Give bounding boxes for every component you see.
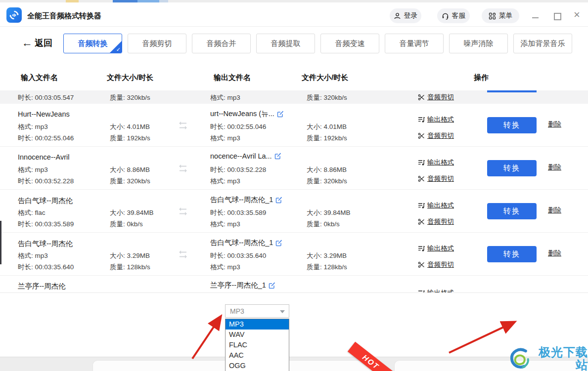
table-row-partial-top[interactable]: 时长: 00:03:05.547 质量: 320kb/s 格式: mp3 质量:… (0, 90, 588, 104)
col-input-size: 文件大小/时长 (107, 73, 153, 82)
format-option-mp3[interactable]: MP3 (226, 319, 289, 330)
format-option-aac[interactable]: AAC (226, 350, 289, 361)
convert-button[interactable]: 转换 (487, 117, 537, 133)
playlist-note-icon (418, 159, 425, 166)
convert-button[interactable]: 转换 (487, 160, 537, 176)
delete-link[interactable]: 删除 (548, 120, 561, 129)
grid-menu-icon (489, 12, 496, 20)
user-icon (394, 12, 401, 20)
table-row[interactable]: Hurt--NewJeans 格式: mp3 时长: 00:02:55.046 … (0, 104, 588, 147)
convert-button[interactable]: 转换 (487, 203, 537, 219)
delete-link[interactable]: 删除 (548, 206, 561, 215)
audio-cut-link[interactable]: 音频剪切 (418, 217, 454, 226)
edit-icon[interactable] (275, 240, 282, 247)
table-row[interactable]: Innocence--Avril 格式: mp3 时长: 00:03:52.22… (0, 147, 588, 190)
output-format-link[interactable]: 输出格式 (418, 289, 454, 292)
app-logo-icon (6, 7, 22, 23)
watermark-site-name: 极光下载站 (532, 346, 588, 371)
tab-noise-removal[interactable]: 噪声消除 (449, 34, 508, 53)
output-quality: 质量: 320kb/s (307, 93, 347, 102)
scissors-icon (418, 94, 425, 101)
delete-link[interactable]: 删除 (548, 249, 561, 258)
swap-arrows-icon (177, 249, 189, 262)
input-file-name: 告白气球--周杰伦 (18, 196, 73, 206)
output-format-select[interactable]: MP3 (225, 304, 289, 318)
delete-link[interactable]: 删除 (548, 163, 561, 172)
scissors-icon (418, 132, 425, 139)
watermark-logo-icon (508, 346, 531, 371)
output-format: 格式: mp3 (210, 93, 240, 102)
col-output-size: 文件大小/时长 (302, 73, 348, 82)
tab-audio-convert[interactable]: 音频转换 ✓ (63, 34, 122, 53)
playlist-note-icon (418, 116, 425, 123)
output-format-link[interactable]: 输出格式 (418, 244, 454, 253)
swap-arrows-icon (177, 163, 189, 176)
back-button[interactable]: ← 返回 (22, 37, 52, 49)
maximize-button[interactable] (554, 13, 561, 20)
tab-audio-cut[interactable]: 音频剪切 (128, 34, 186, 53)
audio-cut-link[interactable]: 音频剪切 (418, 93, 454, 102)
feature-tabs: 音频转换 ✓ 音频剪切 音频合并 音频提取 音频变速 音量调节 噪声消除 添加背… (63, 34, 578, 53)
tab-volume-adjust[interactable]: 音量调节 (385, 34, 444, 53)
convert-button-sliver (487, 90, 537, 92)
edit-icon[interactable] (277, 111, 284, 118)
tab-bar: ← 返回 音频转换 ✓ 音频剪切 音频合并 音频提取 音频变速 音量调节 噪声消… (0, 27, 588, 62)
footer-panel: 添加文件 添加文件夹 清空列表 输出格式: 输出路径: ✓ 原目录 自定义 (0, 292, 588, 357)
tab-add-bgm[interactable]: 添加背景音乐 (513, 34, 572, 53)
audio-cut-link[interactable]: 音频剪切 (418, 174, 454, 183)
audio-converter-window: 全能王音频格式转换器 登录 客服 菜单 (0, 0, 588, 371)
tab-audio-extract[interactable]: 音频提取 (256, 34, 315, 53)
format-option-flac[interactable]: FLAC (226, 340, 289, 350)
left-scrollbar-thumb[interactable] (0, 221, 1, 264)
table-row[interactable]: 告白气球--周杰伦 格式: mp3 时长: 00:03:35.640 大小: 3… (0, 233, 588, 276)
login-button[interactable]: 登录 (390, 8, 421, 23)
col-output-name: 输出文件名 (214, 73, 251, 82)
convert-button[interactable]: 转换 (487, 246, 537, 262)
table-row[interactable]: 告白气球--周杰伦 格式: flac 时长: 00:03:35.589 大小: … (0, 190, 588, 233)
input-file-name: 告白气球--周杰伦 (18, 239, 73, 248)
format-dropdown-list: MP3 WAV FLAC AAC OGG (225, 319, 289, 371)
back-arrow-icon: ← (22, 39, 33, 47)
menu-button[interactable]: 菜单 (482, 8, 519, 23)
tab-audio-speed[interactable]: 音频变速 (320, 34, 379, 53)
support-button[interactable]: 客服 (437, 8, 470, 23)
output-format-link[interactable]: 输出格式 (418, 201, 454, 210)
audio-cut-link[interactable]: 音频剪切 (418, 260, 454, 269)
scissors-icon (418, 175, 425, 182)
playlist-note-icon (418, 245, 425, 252)
edit-icon[interactable] (269, 282, 275, 289)
input-file-name: 兰亭序--周杰伦 (18, 282, 66, 291)
output-file-name: 兰亭序--周杰伦_1 (210, 281, 275, 290)
headset-icon (442, 12, 449, 20)
output-file-name: urt--NewJeans (뉴... (210, 109, 284, 119)
menu-label: 菜单 (499, 11, 513, 20)
chevron-down-icon (280, 310, 285, 313)
output-format-link[interactable]: 输出格式 (418, 115, 454, 124)
bottom-strip: HOT (0, 357, 588, 371)
minimize-button[interactable] (532, 17, 539, 18)
format-option-wav[interactable]: WAV (226, 330, 289, 340)
site-watermark: 极光下载站 www.xz7.com (508, 346, 588, 371)
swap-arrows-icon (177, 206, 189, 219)
close-button[interactable]: × (574, 9, 580, 20)
format-option-ogg[interactable]: OGG (226, 361, 289, 371)
scissors-icon (418, 218, 425, 225)
support-label: 客服 (452, 11, 466, 20)
col-input-name: 输入文件名 (21, 73, 58, 82)
edit-icon[interactable] (275, 197, 282, 204)
table-row-partial-bottom[interactable]: 兰亭序--周杰伦 兰亭序--周杰伦_1 输出格式 (0, 276, 588, 292)
playlist-note-icon (418, 202, 425, 209)
login-label: 登录 (404, 11, 418, 20)
audio-cut-link[interactable]: 音频剪切 (418, 131, 454, 140)
swap-arrows-icon (177, 120, 189, 133)
back-label: 返回 (35, 37, 52, 49)
output-file-name: 告白气球--周杰伦_1 (210, 238, 282, 247)
file-list: Hurt--NewJeans 格式: mp3 时长: 00:02:55.046 … (0, 104, 588, 292)
edit-icon[interactable] (274, 153, 281, 160)
output-format-link[interactable]: 输出格式 (418, 158, 454, 167)
app-title: 全能王音频格式转换器 (27, 11, 101, 21)
input-file-name: Hurt--NewJeans (18, 110, 70, 118)
output-file-name: nocence--Avril La... (210, 152, 281, 160)
title-bar: 全能王音频格式转换器 登录 客服 菜单 (0, 2, 588, 27)
tab-audio-merge[interactable]: 音频合并 (192, 34, 251, 53)
